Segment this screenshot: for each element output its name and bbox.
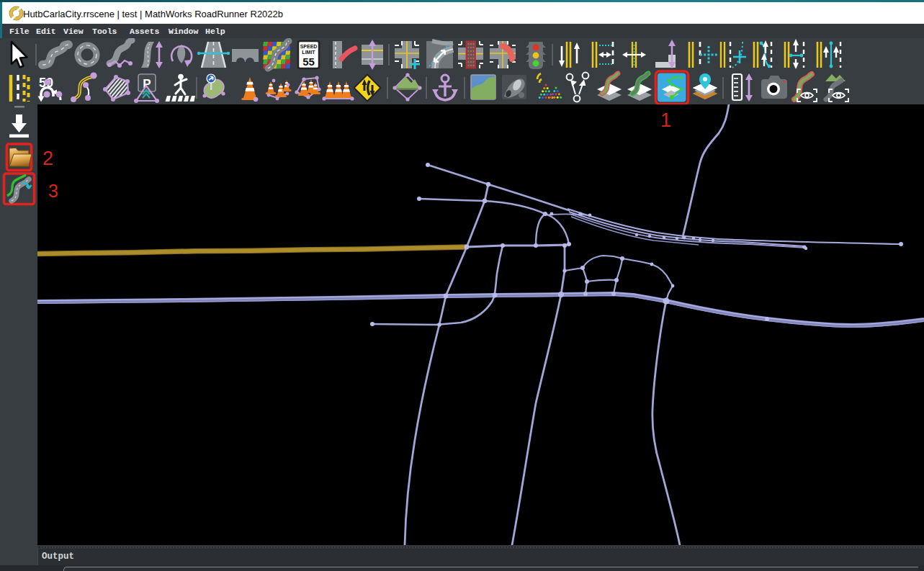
svg-text:2: 2: [42, 148, 53, 169]
svg-text:55: 55: [302, 55, 315, 68]
svg-text:1: 1: [660, 109, 671, 131]
svg-text:3: 3: [48, 181, 58, 201]
svg-text:LIMIT: LIMIT: [302, 50, 315, 55]
svg-text:SPEED: SPEED: [300, 44, 318, 49]
